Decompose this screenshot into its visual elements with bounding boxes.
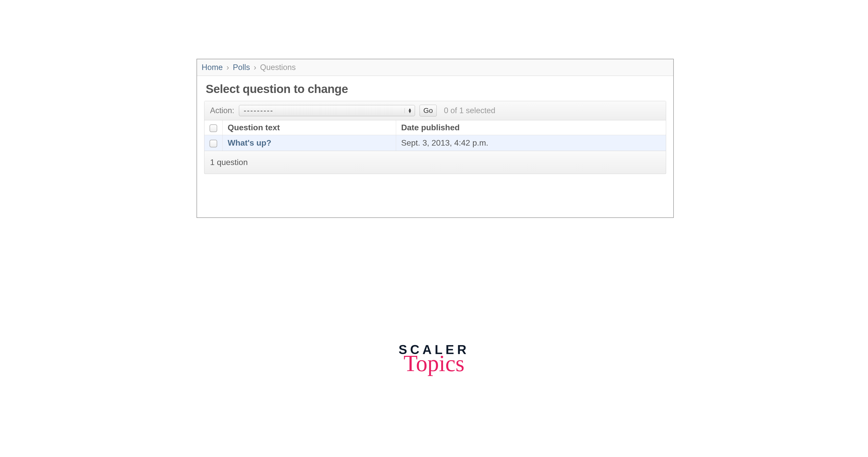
actions-bar: Action: --------- ▲▼ Go 0 of 1 selected — [205, 101, 666, 120]
select-arrows-icon: ▲▼ — [405, 108, 413, 113]
go-button[interactable]: Go — [420, 105, 437, 116]
result-count: 1 question — [204, 151, 666, 174]
header-date-published[interactable]: Date published — [396, 120, 666, 135]
breadcrumb-current: Questions — [260, 63, 296, 72]
breadcrumb: Home › Polls › Questions — [197, 59, 673, 76]
changelist-module: Action: --------- ▲▼ Go 0 of 1 selected … — [204, 101, 666, 151]
row-question-text-cell: What's up? — [222, 135, 396, 151]
page-title: Select question to change — [197, 76, 673, 101]
brand-line2: Topics — [399, 352, 470, 375]
action-select[interactable]: --------- ▲▼ — [239, 105, 415, 116]
breadcrumb-home-link[interactable]: Home — [202, 63, 223, 72]
brand-logo: SCALER Topics — [399, 342, 470, 375]
admin-panel: Home › Polls › Questions Select question… — [196, 59, 674, 218]
selection-count: 0 of 1 selected — [444, 106, 495, 115]
changelist-table: Question text Date published What's up? … — [205, 120, 666, 151]
table-row: What's up? Sept. 3, 2013, 4:42 p.m. — [205, 135, 666, 151]
row-checkbox[interactable] — [210, 140, 217, 147]
header-checkbox-cell — [205, 120, 222, 135]
row-date-published-cell: Sept. 3, 2013, 4:42 p.m. — [396, 135, 666, 151]
select-all-checkbox[interactable] — [210, 124, 217, 132]
breadcrumb-separator: › — [226, 63, 229, 72]
action-label: Action: — [210, 106, 234, 115]
question-link[interactable]: What's up? — [228, 138, 271, 147]
breadcrumb-separator: › — [254, 63, 256, 72]
header-question-text[interactable]: Question text — [222, 120, 396, 135]
action-select-value: --------- — [244, 106, 274, 115]
row-checkbox-cell — [205, 135, 222, 151]
breadcrumb-polls-link[interactable]: Polls — [233, 63, 250, 72]
